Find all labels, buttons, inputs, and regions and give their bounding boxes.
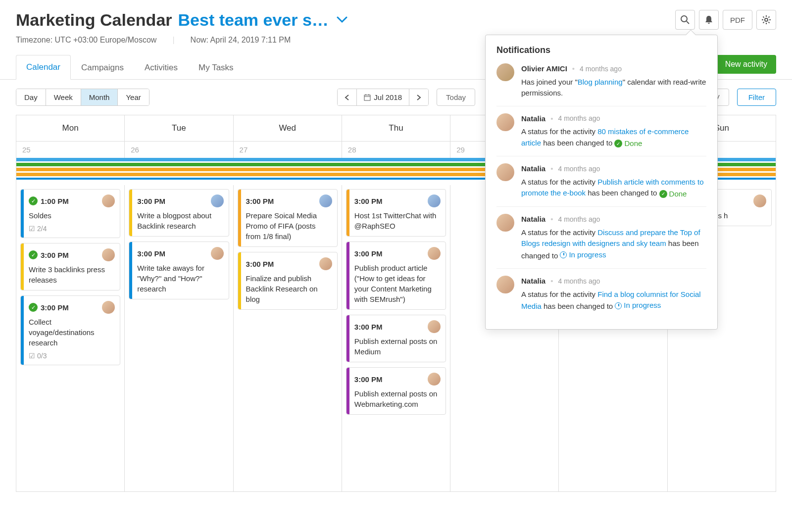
svg-rect-3 bbox=[364, 95, 370, 100]
chevron-right-icon bbox=[416, 94, 421, 101]
event-card[interactable]: 3:00 PMWrite take aways for "Why?" and "… bbox=[129, 242, 229, 299]
event-time: 3:00 PM bbox=[41, 251, 69, 259]
period-picker[interactable]: Jul 2018 bbox=[357, 89, 409, 105]
notification-item[interactable]: Natalia•4 months agoA status for the act… bbox=[496, 106, 706, 157]
event-card[interactable]: 3:00 PMPublish external posts on Medium bbox=[346, 315, 446, 362]
notification-text: Has joined your "Blog planning" calendar… bbox=[521, 77, 706, 99]
tab-activities[interactable]: Activities bbox=[134, 55, 188, 80]
event-time: 3:00 PM bbox=[354, 323, 383, 331]
event-title: Collect voyage/destinations research bbox=[29, 317, 115, 348]
next-period-button[interactable] bbox=[409, 89, 428, 105]
notification-text: A status for the activity 80 mistakes of… bbox=[521, 126, 706, 149]
assignee-avatar[interactable] bbox=[102, 248, 115, 261]
date-cell[interactable]: 27 bbox=[234, 142, 342, 158]
event-subtask-count: ☑ 0/3 bbox=[29, 352, 115, 360]
assignee-avatar[interactable] bbox=[319, 257, 332, 270]
event-card[interactable]: 3:00 PMWrite a blogpost about Backlink r… bbox=[129, 189, 229, 237]
settings-button[interactable] bbox=[756, 10, 776, 30]
event-time: 3:00 PM bbox=[354, 249, 383, 258]
search-button[interactable] bbox=[675, 10, 695, 30]
event-time: 3:00 PM bbox=[354, 375, 383, 384]
notification-avatar bbox=[496, 163, 514, 181]
notification-item[interactable]: Natalia•4 months agoA status for the act… bbox=[496, 269, 706, 319]
assignee-avatar[interactable] bbox=[753, 194, 766, 207]
assignee-avatar[interactable] bbox=[211, 194, 224, 207]
view-week[interactable]: Week bbox=[46, 89, 81, 105]
check-icon: ✓ bbox=[614, 140, 622, 147]
notifications-button[interactable] bbox=[699, 10, 719, 30]
event-card[interactable]: 3:00 PMHost 1st TwitterChat with @RaphSE… bbox=[346, 189, 446, 237]
tab-campaigns[interactable]: Campaigns bbox=[71, 55, 134, 80]
notification-link[interactable]: 80 mistakes of e-commerce article bbox=[521, 127, 689, 147]
event-title: Write take aways for "Why?" and "How?" r… bbox=[137, 263, 223, 294]
tab-calendar[interactable]: Calendar bbox=[16, 55, 71, 80]
date-cell[interactable]: 28 bbox=[342, 142, 450, 158]
event-card[interactable]: ✓1:00 PMSoldes☑ 2/4 bbox=[20, 189, 120, 238]
notification-author: Olivier AMICI bbox=[521, 63, 567, 75]
event-card[interactable]: 3:00 PMPrepare Soical Media Promo of FIF… bbox=[238, 189, 338, 247]
view-switcher: Day Week Month Year bbox=[16, 89, 149, 106]
check-icon: ✓ bbox=[659, 190, 667, 198]
notification-avatar bbox=[496, 63, 514, 81]
event-time: 3:00 PM bbox=[246, 197, 274, 205]
notification-time: 4 months ago bbox=[558, 164, 600, 174]
prev-period-button[interactable] bbox=[338, 89, 357, 105]
notification-item[interactable]: Natalia•4 months agoA status for the act… bbox=[496, 207, 706, 269]
event-card[interactable]: 3:00 PMPublish product article ("How to … bbox=[346, 242, 446, 310]
view-month[interactable]: Month bbox=[81, 89, 118, 105]
assignee-avatar[interactable] bbox=[319, 194, 332, 207]
event-column: 3:00 PMPrepare Soical Media Promo of FIF… bbox=[234, 185, 342, 491]
notification-author: Natalia bbox=[521, 214, 545, 225]
event-card[interactable]: 3:00 PMPublish external posts on Webmark… bbox=[346, 367, 446, 415]
assignee-avatar[interactable] bbox=[102, 301, 115, 314]
notification-author: Natalia bbox=[521, 113, 545, 125]
date-cell[interactable]: 25 bbox=[16, 142, 125, 158]
view-year[interactable]: Year bbox=[118, 89, 148, 105]
event-title: Publish external posts on Medium bbox=[354, 336, 441, 357]
notification-item[interactable]: Natalia•4 months agoA status for the act… bbox=[496, 156, 706, 207]
event-color-bar bbox=[21, 296, 24, 365]
weekday-tue: Tue bbox=[125, 115, 233, 141]
notification-link[interactable]: Discuss and prepare the Top of Blogs red… bbox=[521, 228, 700, 248]
assignee-avatar[interactable] bbox=[428, 373, 441, 386]
page-title: Marketing Calendar bbox=[16, 10, 172, 30]
period-navigator: Jul 2018 bbox=[337, 89, 429, 106]
notification-link[interactable]: Blog planning bbox=[578, 78, 623, 86]
notification-link[interactable]: Find a blog columnist for Social Media bbox=[521, 290, 701, 311]
notification-author: Natalia bbox=[521, 276, 545, 287]
event-title: Publish product article ("How to get ide… bbox=[354, 263, 441, 304]
event-title: Write a blogpost about Backlink research bbox=[137, 210, 223, 231]
calendar-icon bbox=[364, 94, 371, 101]
filter-button[interactable]: Filter bbox=[737, 89, 776, 106]
view-day[interactable]: Day bbox=[16, 89, 46, 105]
event-time: 3:00 PM bbox=[354, 197, 383, 205]
assignee-avatar[interactable] bbox=[211, 247, 224, 260]
notification-time: 4 months ago bbox=[558, 276, 600, 287]
notification-time: 4 months ago bbox=[558, 113, 600, 124]
tab-my-tasks[interactable]: My Tasks bbox=[188, 55, 244, 80]
event-card[interactable]: ✓3:00 PMCollect voyage/destinations rese… bbox=[20, 295, 120, 365]
assignee-avatar[interactable] bbox=[428, 194, 441, 207]
assignee-avatar[interactable] bbox=[428, 247, 441, 260]
assignee-avatar[interactable] bbox=[428, 320, 441, 333]
bell-icon bbox=[704, 15, 714, 25]
new-activity-button[interactable]: New activity bbox=[716, 55, 776, 74]
pdf-export-button[interactable]: PDF bbox=[723, 10, 752, 30]
notification-time: 4 months ago bbox=[580, 64, 622, 74]
team-selector[interactable]: Best team ever s… bbox=[178, 10, 347, 30]
event-title: Prepare Soical Media Promo of FIFA (post… bbox=[246, 210, 332, 242]
notification-time: 4 months ago bbox=[558, 214, 600, 225]
event-color-bar bbox=[346, 242, 349, 309]
event-color-bar bbox=[346, 315, 349, 362]
notification-item[interactable]: Olivier AMICI•4 months agoHas joined you… bbox=[496, 63, 706, 106]
date-cell[interactable]: 26 bbox=[125, 142, 233, 158]
clock-icon bbox=[615, 302, 622, 309]
event-card[interactable]: 3:00 PMFinalize and publish Backlink Res… bbox=[238, 252, 338, 310]
event-time: 1:00 PM bbox=[41, 197, 69, 205]
assignee-avatar[interactable] bbox=[102, 194, 115, 207]
now-label: Now: April 24, 2019 7:11 PM bbox=[191, 36, 291, 45]
event-time: 3:00 PM bbox=[246, 260, 274, 268]
event-color-bar bbox=[346, 368, 349, 414]
today-button[interactable]: Today bbox=[437, 89, 475, 106]
event-card[interactable]: ✓3:00 PMWrite 3 backlinks press releases bbox=[20, 243, 120, 290]
